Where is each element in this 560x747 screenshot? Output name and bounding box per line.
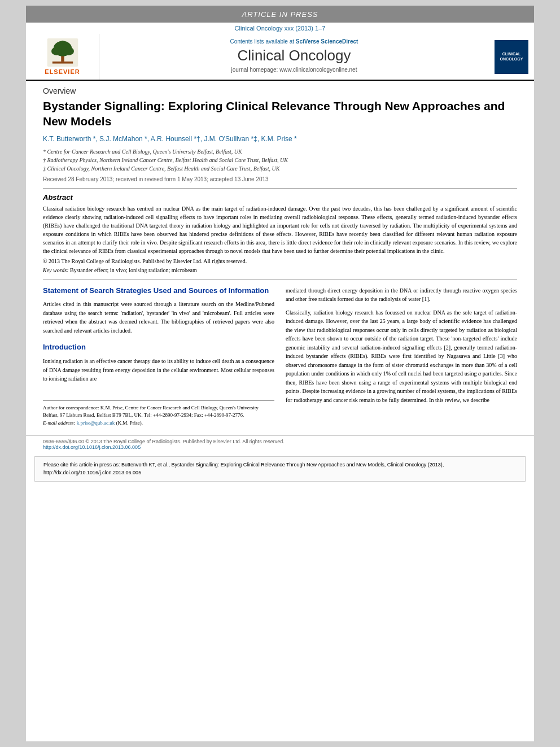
footnote-email[interactable]: k.prise@qub.ac.uk	[77, 420, 115, 426]
doi-link[interactable]: http://dx.doi.org/10.1016/j.clon.2013.06…	[43, 444, 517, 450]
citation-line: Clinical Oncology xxx (2013) 1–7	[26, 23, 534, 34]
article-title: Bystander Signalling: Exploring Clinical…	[43, 98, 517, 129]
main-content: Overview Bystander Signalling: Exploring…	[26, 81, 534, 435]
co-logo-area: CLINICALONCOLOGY	[489, 34, 534, 80]
citation-text: Clinical Oncology xxx (2013) 1–7	[235, 25, 326, 32]
footnote-body: Author for correspondence: K.M. Prise, C…	[43, 405, 259, 418]
affiliations: * Centre for Cancer Research and Cell Bi…	[43, 147, 517, 173]
banner-text: ARTICLE IN PRESS	[242, 10, 318, 19]
divider-2	[43, 279, 517, 279]
journal-center: Contents lists available at SciVerse Sci…	[99, 34, 489, 80]
journal-header: ELSEVIER Contents lists available at Sci…	[26, 34, 534, 81]
section2-para-1: Ionising radiation is an effective cance…	[43, 357, 274, 383]
section1-heading: Statement of Search Strategies Used and …	[43, 286, 274, 296]
svg-point-5	[63, 47, 73, 55]
sciverse-text: Contents lists available at	[230, 38, 296, 45]
co-logo: CLINICALONCOLOGY	[495, 40, 528, 74]
keywords-text: Bystander effect; in vivo; ionising radi…	[70, 267, 197, 273]
elsevier-label: ELSEVIER	[45, 68, 80, 75]
footnote-email-name: (K.M. Prise).	[116, 420, 143, 426]
two-column-layout: Statement of Search Strategies Used and …	[43, 286, 517, 427]
citation-box-text: Please cite this article in press as: Bu…	[43, 462, 444, 475]
overview-label: Overview	[43, 86, 517, 95]
divider-1	[43, 188, 517, 189]
right-col-body: mediated through direct energy depositio…	[286, 286, 517, 405]
section2-body: Ionising radiation is an effective cance…	[43, 357, 274, 383]
abstract-title: Abstract	[43, 193, 517, 202]
sciverse-name: SciVerse ScienceDirect	[296, 38, 358, 45]
right-para-2: Classically, radiation biology research …	[286, 308, 517, 405]
keywords-label: Key words:	[43, 267, 68, 273]
affiliation-2: † Radiotherapy Physics, Northern Ireland…	[43, 156, 517, 164]
svg-rect-1	[52, 62, 72, 64]
sciverse-link[interactable]: Contents lists available at SciVerse Sci…	[105, 38, 483, 45]
abstract-copyright: © 2013 The Royal College of Radiologists…	[43, 258, 517, 264]
svg-point-6	[60, 41, 64, 45]
received-line: Received 28 February 2013; received in r…	[43, 176, 517, 182]
journal-homepage: journal homepage: www.clinicaloncologyon…	[105, 67, 483, 73]
citation-box: Please cite this article in press as: Bu…	[34, 456, 526, 482]
affiliation-1: * Centre for Cancer Research and Cell Bi…	[43, 147, 517, 156]
footnote-email-label: E-mail address:	[43, 420, 77, 426]
issn-line: 0936-6555/$36.00 © 2013 The Royal Colleg…	[26, 435, 534, 453]
section1-para-1: Articles cited in this manuscript were s…	[43, 300, 274, 335]
right-para-1: mediated through direct energy depositio…	[286, 286, 517, 304]
issn-text: 0936-6555/$36.00 © 2013 The Royal Colleg…	[43, 439, 517, 444]
section2-heading: Introduction	[43, 343, 274, 352]
abstract-text: Classical radiation biology research has…	[43, 204, 517, 255]
article-in-press-banner: ARTICLE IN PRESS	[26, 6, 534, 23]
elsevier-tree-icon	[46, 38, 80, 67]
section1-body: Articles cited in this manuscript were s…	[43, 300, 274, 335]
keywords-line: Key words: Bystander effect; in vivo; io…	[43, 267, 517, 273]
footnote-text: Author for correspondence: K.M. Prise, C…	[43, 404, 274, 427]
footnote-area: Author for correspondence: K.M. Prise, C…	[43, 400, 274, 427]
left-column: Statement of Search Strategies Used and …	[43, 286, 274, 427]
svg-point-4	[51, 47, 62, 55]
journal-title: Clinical Oncology	[105, 47, 483, 64]
page: ARTICLE IN PRESS Clinical Oncology xxx (…	[26, 6, 534, 741]
right-column: mediated through direct energy depositio…	[286, 286, 517, 427]
affiliation-3: ‡ Clinical Oncology, Northern Ireland Ca…	[43, 164, 517, 173]
abstract-section: Abstract Classical radiation biology res…	[43, 193, 517, 273]
elsevier-logo: ELSEVIER	[45, 38, 80, 75]
authors-line: K.T. Butterworth *, S.J. McMahon *, A.R.…	[43, 135, 517, 143]
elsevier-logo-area: ELSEVIER	[26, 34, 99, 80]
